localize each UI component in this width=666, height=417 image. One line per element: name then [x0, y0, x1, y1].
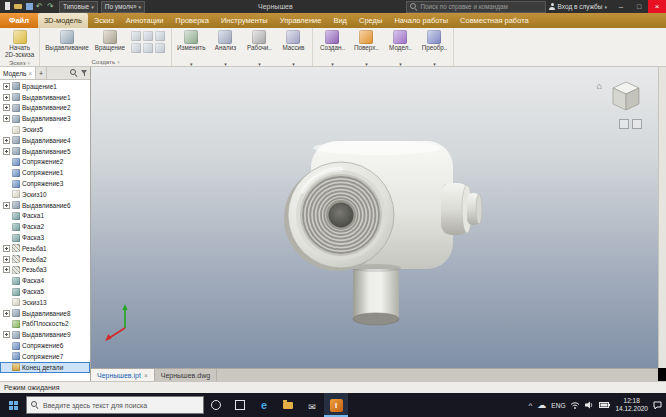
close-icon[interactable] [144, 372, 148, 379]
taskbar-icon-folder[interactable] [276, 393, 300, 417]
add-panel-button[interactable]: + [36, 67, 47, 79]
viewport-3d[interactable]: ⌂ [91, 67, 658, 368]
template-combo[interactable]: Типовые [59, 1, 98, 13]
taskbar-icon-inventor[interactable] [324, 393, 348, 417]
tree-item-14[interactable]: Фаска3 [0, 232, 90, 243]
expander-icon[interactable] [3, 104, 10, 111]
emboss-icon[interactable] [131, 43, 141, 53]
ribbon-button-2-1[interactable]: Анализ [208, 29, 242, 70]
tree-item-12[interactable]: Фаска1 [0, 211, 90, 222]
cloud-icon[interactable] [537, 400, 546, 410]
ribbon-tab-7[interactable]: Среды [353, 13, 388, 28]
ribbon-button-2-3[interactable]: Массив [276, 29, 310, 70]
tree-item-0[interactable]: Вращение1 [0, 81, 90, 92]
expander-icon[interactable] [3, 331, 10, 338]
tree-item-2[interactable]: Выдавливание2 [0, 103, 90, 114]
derive-icon[interactable] [155, 43, 165, 53]
browser-search-button[interactable] [68, 67, 79, 79]
ribbon-tab-4[interactable]: Инструменты [215, 13, 274, 28]
ribbon-tab-1[interactable]: Эскиз [88, 13, 120, 28]
tree-item-25[interactable]: Сопряжение7 [0, 351, 90, 362]
tree-item-18[interactable]: Фаска4 [0, 275, 90, 286]
expander-icon[interactable] [3, 137, 10, 144]
notifications-icon[interactable] [653, 401, 662, 410]
save-icon[interactable] [25, 2, 34, 11]
chevron-up-icon[interactable] [529, 401, 533, 410]
view-cube[interactable] [608, 79, 644, 115]
taskbar-icon-cortana[interactable] [204, 393, 228, 417]
ribbon-tab-2[interactable]: Аннотации [120, 13, 170, 28]
sweep-icon[interactable] [131, 31, 141, 41]
minimize-button[interactable] [612, 0, 630, 13]
ribbon-button-1-1[interactable]: Вращение [92, 29, 128, 52]
ribbon-group-label-1[interactable]: Создать [42, 57, 169, 66]
tree-item-5[interactable]: Выдавливание4 [0, 135, 90, 146]
doc-tab-0[interactable]: Чернышев.ipt [91, 369, 155, 381]
ribbon-tab-3[interactable]: Проверка [169, 13, 215, 28]
undo-icon[interactable] [36, 2, 45, 11]
expander-icon[interactable] [3, 94, 10, 101]
collapsed-panel-strip[interactable] [658, 67, 666, 368]
ribbon-button-3-2[interactable]: Модел.. [383, 29, 417, 70]
doc-tab-1[interactable]: Чернышев.dwg [155, 369, 217, 381]
ribbon-tab-9[interactable]: Совместная работа [454, 13, 535, 28]
tree-item-26[interactable]: Конец детали [0, 362, 90, 373]
wifi-icon[interactable] [570, 401, 580, 409]
expander-icon[interactable] [3, 266, 10, 273]
new-file-icon[interactable] [3, 2, 12, 11]
ribbon-tab-8[interactable]: Начало работы [388, 13, 454, 28]
tree-item-9[interactable]: Сопряжение3 [0, 178, 90, 189]
expander-icon[interactable] [3, 202, 10, 209]
tree-item-7[interactable]: Сопряжение2 [0, 157, 90, 168]
battery-icon[interactable] [599, 402, 610, 408]
ribbon-button-3-3[interactable]: Преобр.. [417, 29, 451, 70]
taskbar-icon-edge[interactable]: e [252, 393, 276, 417]
taskbar-icon-mail[interactable] [300, 393, 324, 417]
rib-icon[interactable] [143, 43, 153, 53]
expander-icon[interactable] [3, 310, 10, 317]
browser-filter-button[interactable] [79, 67, 90, 79]
ribbon-group-label-0[interactable]: Эскиз [2, 59, 37, 66]
ribbon-button-0-0[interactable]: Начать 2D-эскиза [2, 29, 37, 59]
help-search-box[interactable]: Поиск по справке и командам [406, 1, 546, 13]
close-icon[interactable] [28, 70, 32, 77]
expander-icon[interactable] [3, 115, 10, 122]
expander-icon[interactable] [3, 256, 10, 263]
sign-in-button[interactable]: Вход в службы [549, 3, 607, 10]
ribbon-button-2-0[interactable]: Изменить [174, 29, 208, 70]
pan-icon[interactable] [632, 119, 642, 129]
tree-item-1[interactable]: Выдавливание1 [0, 92, 90, 103]
expander-icon[interactable] [3, 245, 10, 252]
tree-item-15[interactable]: Резьба1 [0, 243, 90, 254]
appearance-combo[interactable]: По умолч» [101, 1, 145, 13]
start-button[interactable] [0, 393, 26, 417]
tree-item-19[interactable]: Фаска5 [0, 286, 90, 297]
open-icon[interactable] [14, 2, 23, 11]
tree-item-8[interactable]: Сопряжение1 [0, 167, 90, 178]
panel-tab-model[interactable]: Модель [0, 67, 36, 79]
volume-icon[interactable] [585, 401, 594, 409]
tree-item-16[interactable]: Резьба2 [0, 254, 90, 265]
redo-icon[interactable] [47, 2, 56, 11]
ribbon-button-3-1[interactable]: Поверх.. [349, 29, 383, 70]
loft-icon[interactable] [143, 31, 153, 41]
ribbon-tab-6[interactable]: Вид [327, 13, 353, 28]
tree-item-11[interactable]: Выдавливание6 [0, 200, 90, 211]
pipe-fitting-model[interactable] [259, 127, 491, 337]
tree-item-21[interactable]: Выдавливание8 [0, 308, 90, 319]
expander-icon[interactable] [3, 148, 10, 155]
file-menu-button[interactable]: Файл [0, 13, 38, 28]
tree-item-13[interactable]: Фаска2 [0, 221, 90, 232]
tree-item-17[interactable]: Резьба3 [0, 265, 90, 276]
maximize-button[interactable] [630, 0, 648, 13]
tree-item-10[interactable]: Эскиз10 [0, 189, 90, 200]
tree-item-6[interactable]: Выдавливание5 [0, 146, 90, 157]
ribbon-tab-5[interactable]: Управление [274, 13, 328, 28]
ribbon-button-3-0[interactable]: Создан.. [315, 29, 349, 70]
language-indicator[interactable]: ENG [551, 402, 565, 409]
clock[interactable]: 12:1814.12.2020 [615, 397, 648, 413]
orbit-icon[interactable] [619, 119, 629, 129]
tree-item-3[interactable]: Выдавливание3 [0, 113, 90, 124]
tree-item-22[interactable]: РабПлоскость2 [0, 319, 90, 330]
tree-item-20[interactable]: Эскиз13 [0, 297, 90, 308]
